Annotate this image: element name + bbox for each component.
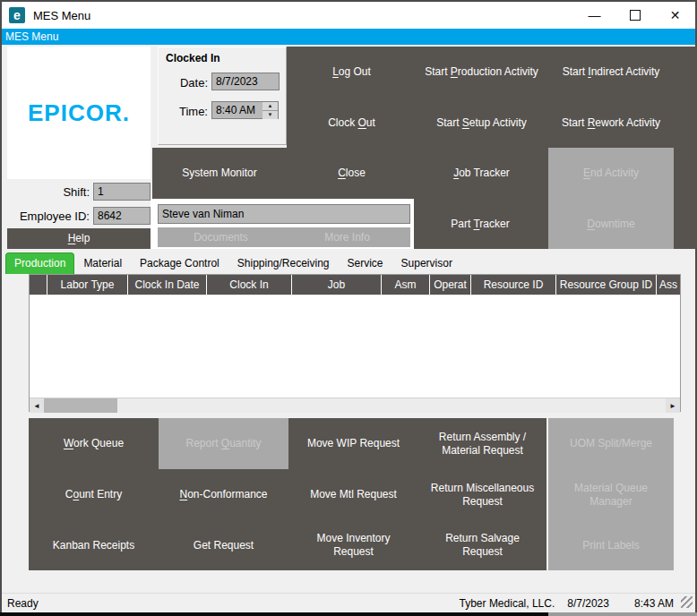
scroll-right-icon: ► — [669, 402, 676, 410]
material-queue-manager-button: Material Queue Manager — [548, 469, 674, 520]
column-header-asm[interactable]: Asm — [382, 275, 430, 295]
employee-id-field[interactable] — [93, 207, 151, 225]
maximize-icon — [630, 10, 641, 21]
move-inventory-request-button[interactable]: Move Inventory Request — [288, 520, 418, 570]
system-monitor-button[interactable]: System Monitor — [152, 148, 287, 199]
column-header-labor-type[interactable]: Labor Type — [47, 275, 128, 295]
work-queue-button[interactable]: Work Queue — [29, 418, 159, 469]
column-header-clock-in-date[interactable]: Clock In Date — [128, 275, 207, 295]
start-production-activity-label: Start Production Activity — [425, 65, 538, 79]
return-salvage-request-button[interactable]: Return Salvage Request — [418, 520, 546, 570]
help-label: Help — [68, 232, 90, 245]
return-assembly-material-request-button[interactable]: Return Assembly / Material Request — [418, 418, 546, 469]
tab-material[interactable]: Material — [74, 253, 131, 274]
tab-production[interactable]: Production — [5, 252, 74, 274]
clocked-in-panel: Clocked In — [158, 47, 287, 145]
part-tracker-button[interactable]: Part Tracker — [414, 199, 546, 249]
column-header-resource-id[interactable]: Resource ID — [471, 275, 556, 295]
tab-shipping-receiving[interactable]: Shipping/Receiving — [228, 253, 339, 274]
date-field[interactable] — [211, 73, 280, 90]
window-title: MES Menu — [33, 9, 90, 22]
employee-name-field[interactable] — [158, 204, 410, 224]
window-controls: — ✕ — [574, 2, 695, 29]
labor-grid: Labor Type Clock In Date Clock In Job As… — [29, 274, 681, 412]
tab-package-control[interactable]: Package Control — [131, 253, 228, 274]
resize-grip[interactable] — [681, 596, 693, 608]
return-miscellaneous-request-label: Return Miscellaneous Request — [426, 482, 539, 509]
non-conformance-label: Non-Conformance — [179, 488, 267, 501]
more-info-button: More Info — [284, 227, 410, 247]
documents-button: Documents — [158, 227, 284, 247]
uom-split-merge-label: UOM Split/Merge — [570, 437, 652, 450]
status-bar: Ready Tyber Medical, LLC. 8/7/2023 8:43 … — [2, 593, 695, 612]
time-spin-down-button[interactable]: ▼ — [262, 111, 278, 119]
tab-service[interactable]: Service — [339, 253, 392, 274]
more-info-label: More Info — [324, 231, 370, 244]
count-entry-label: Count Entry — [65, 488, 122, 501]
menu-strip: MES Menu — [2, 29, 695, 45]
get-request-label: Get Request — [194, 539, 254, 552]
tab-supervisor[interactable]: Supervisor — [392, 253, 461, 274]
time-field[interactable] — [211, 101, 263, 119]
start-production-activity-button[interactable]: Start Production Activity — [417, 47, 546, 98]
return-miscellaneous-request-button[interactable]: Return Miscellaneous Request — [418, 469, 546, 520]
job-tracker-button[interactable]: Job Tracker — [417, 148, 546, 199]
non-conformance-button[interactable]: Non-Conformance — [159, 469, 288, 520]
start-indirect-activity-button[interactable]: Start Indirect Activity — [546, 47, 675, 98]
clocked-in-title: Clocked In — [166, 52, 220, 64]
column-header-clock-in[interactable]: Clock In — [207, 275, 292, 295]
column-header-resource-group-id[interactable]: Resource Group ID — [556, 275, 657, 295]
shift-field[interactable] — [93, 183, 151, 201]
downtime-label: Downtime — [587, 218, 634, 231]
log-out-button[interactable]: Log Out — [287, 47, 417, 98]
end-activity-button: End Activity — [548, 148, 674, 199]
horizontal-scrollbar: ◄ ► — [30, 398, 680, 413]
scroll-left-button[interactable]: ◄ — [30, 398, 44, 413]
time-label: Time: — [158, 105, 208, 118]
kanban-receipts-button[interactable]: Kanban Receipts — [29, 520, 159, 570]
print-labels-button: Print Labels — [548, 520, 674, 570]
report-quantity-button: Report Quantity — [159, 418, 288, 469]
tab-bar: Production Material Package Control Ship… — [2, 252, 695, 274]
status-time: 8:43 AM — [634, 597, 674, 610]
employee-id-label: Employee ID: — [7, 210, 90, 223]
part-tracker-label: Part Tracker — [451, 218, 509, 231]
identity-buttons-bar: Documents More Info — [158, 227, 410, 247]
scroll-right-button[interactable]: ► — [666, 398, 680, 413]
start-setup-activity-button[interactable]: Start Setup Activity — [417, 98, 546, 148]
column-header-row-selector[interactable] — [30, 275, 47, 295]
bottom-edge-light — [548, 612, 697, 616]
clock-out-button[interactable]: Clock Out — [287, 98, 417, 148]
kanban-receipts-label: Kanban Receipts — [53, 539, 134, 552]
move-mtl-request-button[interactable]: Move Mtl Request — [288, 469, 418, 520]
status-text: Ready — [7, 597, 39, 610]
scrollbar-track[interactable] — [117, 398, 666, 413]
labor-grid-body[interactable] — [30, 295, 680, 398]
close-button[interactable]: ✕ — [655, 2, 695, 29]
downtime-button: Downtime — [548, 199, 674, 249]
time-spinner: ▲ ▼ — [262, 101, 279, 119]
labor-grid-header: Labor Type Clock In Date Clock In Job As… — [30, 275, 680, 295]
move-wip-request-button[interactable]: Move WIP Request — [288, 418, 418, 469]
spin-up-icon: ▲ — [268, 103, 273, 108]
get-request-button[interactable]: Get Request — [159, 520, 288, 570]
epicor-logo: EPICOR. — [28, 99, 130, 127]
maximize-button[interactable] — [615, 2, 655, 29]
start-indirect-activity-label: Start Indirect Activity — [563, 65, 660, 79]
uom-split-merge-button: UOM Split/Merge — [548, 418, 674, 469]
close-icon: ✕ — [670, 8, 681, 22]
close-menu-label: Close — [338, 167, 366, 180]
start-rework-activity-button[interactable]: Start Rework Activity — [546, 98, 675, 148]
minimize-button[interactable]: — — [574, 2, 615, 29]
column-header-assembly[interactable]: Ass — [657, 275, 680, 295]
return-assembly-material-request-label: Return Assembly / Material Request — [426, 431, 539, 458]
spin-down-icon: ▼ — [268, 112, 273, 117]
count-entry-button[interactable]: Count Entry — [29, 469, 159, 520]
column-header-operation[interactable]: Operat — [430, 275, 471, 295]
scrollbar-thumb[interactable] — [44, 398, 117, 413]
start-rework-activity-label: Start Rework Activity — [562, 116, 660, 130]
help-button[interactable]: Help — [7, 228, 151, 249]
close-menu-button[interactable]: Close — [287, 148, 417, 199]
column-header-job[interactable]: Job — [292, 275, 382, 295]
time-spin-up-button[interactable]: ▲ — [262, 102, 278, 111]
